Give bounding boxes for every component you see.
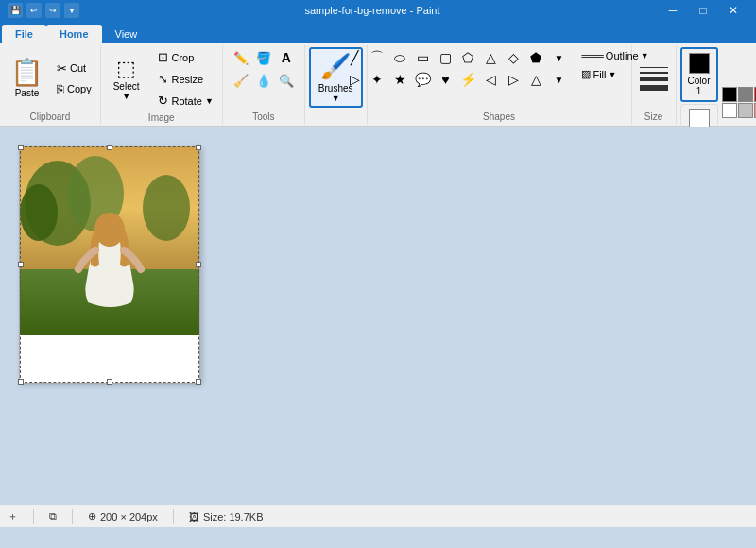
copy-button[interactable]: ⎘ Copy (52, 79, 96, 99)
color1-label: Color 1 (688, 76, 711, 96)
crop-button[interactable]: ⊡ Crop (153, 47, 217, 67)
layer-status[interactable]: ⧉ (49, 510, 57, 522)
arrow-left-button[interactable]: ◁ (480, 69, 501, 90)
filesize-text: Size: 19.7KB (203, 511, 264, 522)
fill-button[interactable]: 🪣 (253, 47, 274, 68)
curve-button[interactable]: ⌒ (367, 47, 387, 68)
clipboard-label: Clipboard (29, 110, 70, 122)
resize-button[interactable]: ⤡ Resize (153, 69, 217, 89)
fill-button[interactable]: ▨ Fill ▼ (576, 65, 621, 83)
ribbon-group-colors: Color 1 Color 2 (677, 45, 756, 124)
size-line-4[interactable] (640, 85, 668, 91)
size-lines (640, 47, 668, 110)
minimize-button[interactable]: ─ (658, 0, 688, 21)
window-title: sample-for-bg-remove - Paint (87, 5, 658, 16)
image-label: Image (148, 111, 175, 123)
select-dropdown-icon: ▼ (122, 92, 130, 101)
rotate-dropdown-icon: ▼ (205, 96, 214, 106)
eraser-button[interactable]: 🧹 (231, 70, 251, 91)
clipboard-content: 📋 Paste ✂ Cut ⎘ Copy (4, 47, 96, 110)
shapes-scroll-button[interactable]: ▼ (548, 69, 569, 90)
arrow-right-button[interactable]: ▷ (503, 69, 524, 90)
select-icon: ⬚ (116, 57, 136, 81)
poly-button[interactable]: ⬠ (457, 47, 478, 68)
filesize-icon: 🖼 (189, 511, 199, 522)
callout-button[interactable]: 💬 (412, 69, 433, 90)
brushes-dropdown-icon: ▼ (332, 94, 340, 103)
pentagon-button[interactable]: ⬟ (525, 47, 546, 68)
resize-icon: ⤡ (158, 72, 168, 86)
lightning-button[interactable]: ⚡ (457, 69, 478, 90)
window-controls: ─ □ ✕ (658, 0, 748, 21)
crop-label: Crop (171, 52, 194, 63)
status-bar: ＋ ⧉ ⊕ 200 × 204px 🖼 Size: 19.7KB (0, 505, 756, 527)
ribbon-group-tools: ✏️ 🪣 A 🧹 💧 🔍 Tools (223, 45, 305, 124)
clipboard-small-btns: ✂ Cut ⎘ Copy (52, 59, 96, 99)
shapes-content: ╱ ⌒ ⬭ ▭ ▢ ⬠ △ ◇ ⬟ ▼ ▷ ✦ ★ 💬 ♥ ⚡ (344, 47, 653, 110)
save-icon[interactable]: 💾 (8, 3, 23, 18)
qa-dropdown-icon[interactable]: ▼ (64, 3, 79, 18)
shapes-grid-area: ╱ ⌒ ⬭ ▭ ▢ ⬠ △ ◇ ⬟ ▼ ▷ ✦ ★ 💬 ♥ ⚡ (344, 47, 569, 90)
rotate-icon: ↻ (158, 94, 168, 108)
oval-button[interactable]: ⬭ (389, 47, 410, 68)
ribbon-group-size: Size (632, 45, 677, 124)
more-shapes-button[interactable]: ▼ (548, 47, 569, 68)
arrow-up-button[interactable]: △ (525, 69, 546, 90)
arrow-button[interactable]: ▷ (344, 69, 365, 90)
close-button[interactable]: ✕ (718, 0, 748, 21)
color-swatch-black[interactable] (722, 87, 737, 102)
redo-icon[interactable]: ↪ (45, 3, 60, 18)
color-swatch-lgray[interactable] (738, 103, 753, 118)
select-button[interactable]: ⬚ Select ▼ (105, 51, 148, 108)
image-content: ⬚ Select ▼ ⊡ Crop ⤡ Resize ↻ Rotate ▼ (105, 47, 218, 111)
undo-icon[interactable]: ↩ (26, 3, 42, 18)
cut-button[interactable]: ✂ Cut (52, 59, 96, 78)
status-divider-2 (72, 509, 73, 524)
paste-button[interactable]: 📋 Paste (4, 50, 50, 107)
line-button[interactable]: ╱ (344, 47, 365, 68)
canvas-white-area (20, 335, 199, 383)
tab-view[interactable]: View (102, 25, 151, 43)
diamond-button[interactable]: ◇ (503, 47, 524, 68)
layer-icon: ⧉ (49, 510, 57, 522)
star4-button[interactable]: ✦ (367, 69, 387, 90)
new-button-status[interactable]: ＋ (8, 509, 18, 523)
size-line-3[interactable] (640, 77, 668, 81)
dimensions-icon: ⊕ (88, 510, 96, 522)
svg-point-4 (20, 184, 58, 241)
maximize-button[interactable]: □ (688, 0, 718, 21)
triangle-button[interactable]: △ (480, 47, 501, 68)
ribbon-tabs: File Home View (0, 21, 756, 43)
canvas-image[interactable] (20, 146, 199, 335)
star5-button[interactable]: ★ (389, 69, 410, 90)
image-btns: ⊡ Crop ⤡ Resize ↻ Rotate ▼ (153, 47, 217, 111)
size-line-1[interactable] (640, 67, 668, 68)
color1-swatch (689, 53, 710, 74)
tools-label: Tools (252, 110, 274, 122)
size-label: Size (644, 110, 662, 122)
rect-button[interactable]: ▭ (412, 47, 433, 68)
fill-dropdown-icon: ▼ (609, 70, 617, 79)
shapes-label: Shapes (483, 110, 515, 122)
title-bar: 💾 ↩ ↪ ▼ sample-for-bg-remove - Paint ─ □… (0, 0, 756, 21)
eyedropper-button[interactable]: 💧 (253, 70, 274, 91)
dimensions-status: ⊕ 200 × 204px (88, 510, 158, 522)
text-button[interactable]: A (276, 47, 297, 68)
rotate-button[interactable]: ↻ Rotate ▼ (153, 91, 217, 111)
copy-label: Copy (67, 83, 92, 94)
tab-home[interactable]: Home (46, 25, 102, 43)
cut-icon: ✂ (57, 61, 67, 76)
size-line-2[interactable] (640, 72, 668, 74)
color-swatch-white[interactable] (722, 103, 737, 118)
magnify-button[interactable]: 🔍 (276, 70, 297, 91)
color1-button[interactable]: Color 1 (680, 47, 718, 102)
ribbon-group-shapes: ╱ ⌒ ⬭ ▭ ▢ ⬠ △ ◇ ⬟ ▼ ▷ ✦ ★ 💬 ♥ ⚡ (368, 45, 632, 124)
crop-icon: ⊡ (158, 50, 168, 64)
color-swatch-dgray[interactable] (738, 87, 753, 102)
tab-file[interactable]: File (2, 25, 46, 43)
svg-point-5 (143, 175, 190, 241)
select-label: Select (113, 81, 140, 92)
rounded-rect-button[interactable]: ▢ (435, 47, 455, 68)
heart-button[interactable]: ♥ (435, 69, 455, 90)
pencil-button[interactable]: ✏️ (231, 47, 251, 68)
